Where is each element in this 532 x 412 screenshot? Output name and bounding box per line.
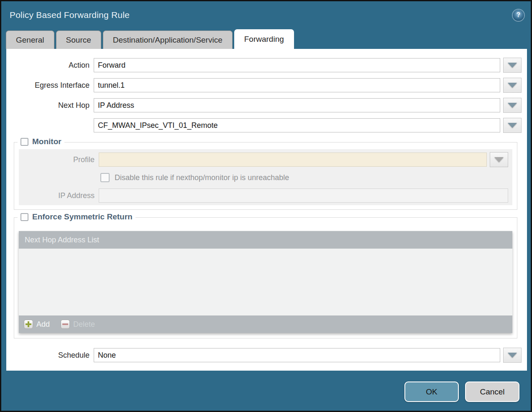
dialog-footer: OK Cancel [1,371,531,402]
chevron-down-icon [508,123,517,128]
egress-interface-label: Egress Interface [6,81,94,90]
chevron-down-icon [508,83,517,88]
cancel-button[interactable]: Cancel [465,381,519,402]
action-label: Action [6,61,94,70]
profile-row: Profile [19,152,508,167]
profile-select[interactable] [99,153,487,167]
enforce-symmetric-return-section: Enforce Symmetric Return Next Hop Addres… [14,217,517,338]
monitor-ip-address-input[interactable] [99,188,508,203]
chevron-down-icon [508,353,517,358]
profile-label: Profile [19,155,99,164]
table-body-empty[interactable] [19,249,512,315]
tab-bar: General Source Destination/Application/S… [1,29,531,49]
monitor-disabled-area: Profile Disable this rule if nexthop/mon… [19,149,512,205]
action-select[interactable]: Forward [94,58,500,72]
forwarding-tab-panel: Action Forward Egress Interface tunnel.1… [6,49,527,371]
pbf-rule-dialog: Policy Based Forwarding Rule ? General S… [0,0,532,412]
table-toolbar: Add Delete [19,315,512,333]
chevron-down-icon [508,103,517,108]
delete-button[interactable]: Delete [61,320,95,329]
minus-icon [61,320,70,329]
chevron-down-icon [508,63,517,68]
tab-source[interactable]: Source [56,31,101,49]
enforce-symmetric-return-legend-label: Enforce Symmetric Return [32,212,133,221]
schedule-row: Schedule None [6,348,522,363]
schedule-dropdown-button[interactable] [503,348,522,363]
profile-dropdown-button[interactable] [490,152,508,167]
add-button[interactable]: Add [24,320,50,329]
tab-forwarding[interactable]: Forwarding [234,29,294,49]
next-hop-address-row: CF_MWAN_IPsec_VTI_01_Remote [6,118,522,133]
tab-destination-application-service[interactable]: Destination/Application/Service [103,31,233,49]
ok-button[interactable]: OK [404,381,459,402]
chevron-down-icon [494,157,504,162]
disable-rule-checkbox[interactable] [100,173,110,182]
tab-general[interactable]: General [6,31,54,49]
monitor-legend: Monitor [18,137,64,146]
action-row: Action Forward [6,58,522,73]
next-hop-address-select[interactable]: CF_MWAN_IPsec_VTI_01_Remote [94,118,500,132]
monitor-ip-address-label: IP Address [19,191,99,200]
monitor-section: Monitor Profile Disable this rule if nex… [14,142,517,210]
next-hop-address-dropdown-button[interactable] [503,118,522,133]
disable-rule-row: Disable this rule if nexthop/monitor ip … [100,173,508,182]
monitor-legend-label: Monitor [32,137,61,146]
next-hop-type-select[interactable]: IP Address [94,98,500,112]
next-hop-label: Next Hop [6,101,94,110]
next-hop-address-list-column-header: Next Hop Address List [25,236,99,244]
dialog-titlebar: Policy Based Forwarding Rule ? [1,1,531,29]
disable-rule-label: Disable this rule if nexthop/monitor ip … [115,173,289,182]
enforce-symmetric-return-legend: Enforce Symmetric Return [18,212,136,221]
egress-interface-dropdown-button[interactable] [503,78,522,93]
monitor-ip-address-row: IP Address [19,188,508,203]
egress-interface-select[interactable]: tunnel.1 [94,78,500,92]
schedule-select[interactable]: None [94,348,500,362]
action-dropdown-button[interactable] [503,58,522,73]
schedule-label: Schedule [6,351,94,360]
dialog-title: Policy Based Forwarding Rule [10,10,130,20]
enforce-symmetric-return-checkbox[interactable] [20,213,28,221]
plus-icon [24,320,33,329]
add-button-label: Add [36,320,50,329]
table-header: Next Hop Address List [19,231,512,249]
help-icon[interactable]: ? [513,10,524,21]
delete-button-label: Delete [73,320,95,329]
monitor-checkbox[interactable] [20,138,28,146]
next-hop-type-dropdown-button[interactable] [503,98,522,113]
next-hop-address-list-table: Next Hop Address List Add Delete [19,231,512,333]
egress-interface-row: Egress Interface tunnel.1 [6,78,522,93]
next-hop-row: Next Hop IP Address [6,98,522,113]
